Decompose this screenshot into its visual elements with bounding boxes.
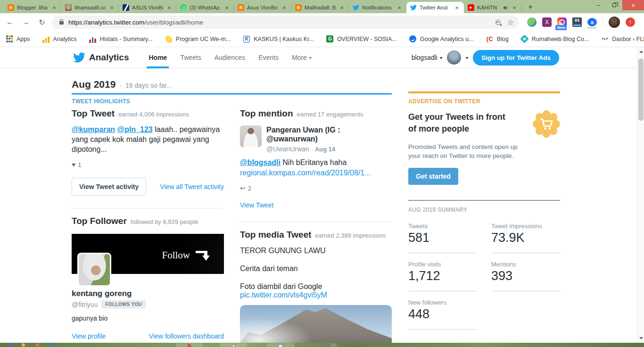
nav-item-more[interactable]: More▾ (292, 47, 312, 68)
tab-close-icon[interactable]: × (454, 4, 460, 11)
bookmark-analytics[interactable]: Analytics (42, 35, 77, 43)
lock-icon[interactable] (59, 21, 64, 25)
tab-malihadafi[interactable]: B Malihadafi: B × (291, 2, 349, 13)
idm-extension-icon[interactable] (527, 17, 537, 27)
tab-close-icon[interactable]: × (396, 4, 403, 11)
forward-button[interactable]: → (20, 16, 32, 28)
update-arrow-icon[interactable]: ↑ (626, 17, 635, 27)
bookmark-uc[interactable]: Program UC We-m... (165, 35, 231, 43)
tab-close-icon[interactable]: × (166, 4, 173, 11)
tab-close-icon[interactable]: × (223, 4, 230, 11)
mention-link-kumparan[interactable]: @kumparan (72, 125, 115, 133)
taskbar-icon[interactable] (36, 343, 39, 347)
follower-name[interactable]: kentang goreng (72, 289, 224, 298)
follower-handle[interactable]: @fitriyuu (72, 301, 98, 308)
reply-count-row: ↩ 2 (240, 184, 392, 192)
middle-column: Top mention earned 17 engagements Panger… (240, 108, 392, 343)
heart-icon[interactable]: ♥ (72, 161, 75, 168)
bookmark-label: Program UC We-m... (176, 36, 231, 42)
address-bar[interactable]: https://analytics.twitter.com/user/blogs… (52, 16, 519, 29)
view-tweet-activity-button[interactable]: View Tweet activity (72, 178, 146, 196)
zoom-indicator-icon[interactable] (495, 20, 501, 25)
window-restore-button[interactable] (606, 0, 622, 10)
bookmark-star-icon[interactable]: ☆ (507, 18, 514, 27)
analytics-brand[interactable]: Analytics (89, 52, 129, 63)
mention-link-blogsadli[interactable]: @blogsadli (240, 158, 281, 166)
browser-profile-avatar[interactable] (609, 17, 620, 28)
taskbar-icon[interactable] (330, 343, 337, 347)
reply-icon[interactable]: ↩ (240, 184, 246, 192)
mention-author-avatar[interactable] (240, 125, 262, 147)
tab-asus-vivobook-2[interactable]: B Asus VivoBo × (234, 2, 291, 13)
bookmark-overview[interactable]: G OVERVIEW - SOSIA... (326, 35, 397, 43)
instagram-extension-icon[interactable]: New (557, 17, 567, 27)
chevron-down-icon[interactable]: ▾ (466, 55, 468, 60)
taskbar-icon[interactable] (22, 343, 25, 347)
pic-twitter-link[interactable]: pic.twitter.com/vls4gvi5yM (240, 291, 327, 299)
taskbar-app-button[interactable] (176, 343, 203, 347)
taskbar-app-button[interactable] (267, 343, 294, 347)
like-count: 1 (78, 161, 81, 168)
taskbar-app-button[interactable] (220, 343, 247, 347)
scrollbar-thumb[interactable] (638, 58, 644, 121)
taskbar-icon[interactable] (50, 343, 53, 347)
top-mention-sub: earned 17 engagements (297, 111, 363, 118)
bookmark-rumahweb[interactable]: Rumahweb Blog Co... (521, 35, 589, 43)
view-all-tweet-activity-link[interactable]: View all Tweet activity (160, 183, 224, 190)
scroll-down-arrow[interactable] (637, 335, 644, 342)
tweet-highlights-label: TWEET HIGHLIGHTS (72, 98, 130, 105)
tab-audio-speaker-icon[interactable] (503, 5, 508, 10)
tab-notifications[interactable]: Notifications × (349, 2, 406, 13)
scroll-up-arrow[interactable] (637, 48, 644, 55)
vertical-scrollbar[interactable] (637, 47, 644, 343)
a-translate-extension-icon[interactable]: a (587, 18, 597, 26)
tab-whatsapp[interactable]: (3) WhatsAp × (176, 2, 234, 13)
tab-close-icon[interactable]: × (281, 4, 288, 11)
profile-avatar[interactable] (447, 50, 461, 65)
tab-twitter-analytics-active[interactable]: Twitter Anal × (406, 2, 464, 13)
mention-author-handle[interactable]: @UwanUrwan (266, 145, 309, 153)
tab-youtube-kahitna[interactable]: ▶ KAHITN × (464, 2, 521, 13)
bookmark-google-analytics[interactable]: Google Analytics u... (409, 35, 474, 43)
nav-item-audiences[interactable]: Audiences (215, 47, 245, 68)
tab-asus-vivobook[interactable]: ASUS VivoBo × (119, 2, 176, 13)
kompas-article-link[interactable]: regional.kompas.com/read/2019/08/1... (240, 168, 392, 178)
tab-close-icon[interactable]: × (339, 4, 345, 11)
reload-button[interactable]: ↻ (36, 16, 48, 28)
twitter-logo-icon[interactable] (73, 51, 85, 64)
tab-close-icon[interactable]: × (51, 4, 58, 11)
bookmark-histats[interactable]: Histats - Summary... (89, 35, 153, 43)
follower-banner-image[interactable]: Follow (72, 234, 224, 274)
follower-avatar[interactable] (77, 253, 111, 287)
window-close-button[interactable]: × (622, 0, 644, 10)
new-tab-button[interactable]: + (524, 2, 537, 12)
taskbar-icon[interactable] (8, 343, 12, 347)
get-started-button[interactable]: Get started (408, 168, 458, 185)
purple-x-extension-icon[interactable]: X (542, 17, 552, 27)
bookmark-blog[interactable]: (C Blog (486, 35, 509, 43)
nav-item-tweets[interactable]: Tweets (180, 47, 201, 68)
bookmark-flp-dashboard[interactable]: FLP Dasbor ‹ FLP.or.id... (601, 35, 644, 43)
media-photo-volcano[interactable] (240, 305, 392, 343)
back-button[interactable]: ← (4, 16, 16, 28)
bookmark-apps[interactable]: Apps (6, 35, 30, 43)
tab-blogger-ilha[interactable]: B Blogger: Ilha × (4, 2, 61, 13)
bookmark-kaskus[interactable]: K KASKUS | Kaskus Kr... (243, 35, 314, 43)
view-followers-dashboard-link[interactable]: View followers dashboard (149, 332, 224, 340)
url-text[interactable]: https://analytics.twitter.com/user/blogs… (68, 19, 203, 26)
tab-close-icon[interactable]: × (511, 4, 518, 11)
tab-ilhamsadli[interactable]: Ilhamsadli.co × (61, 2, 119, 13)
account-dropdown[interactable]: blogsadli▾ (412, 54, 442, 61)
nav-item-home[interactable]: Home (149, 47, 167, 68)
signup-twitter-ads-button[interactable]: Sign up for Twitter Ads (473, 50, 559, 66)
counter-extension-icon[interactable]: 93 (572, 17, 582, 27)
view-profile-link[interactable]: View profile (72, 332, 106, 340)
tab-close-icon[interactable]: × (108, 4, 115, 11)
flp-icon: FLP (601, 35, 609, 43)
window-minimize-button[interactable]: – (590, 0, 606, 10)
mention-link-pln123[interactable]: @pln_123 (117, 125, 153, 133)
view-tweet-link[interactable]: View Tweet (240, 201, 273, 209)
nav-item-events[interactable]: Events (258, 47, 279, 68)
windows-taskbar[interactable] (0, 343, 644, 347)
mention-author-name[interactable]: Pangeran Uwan (IG : @uwanurwan) (266, 125, 392, 143)
